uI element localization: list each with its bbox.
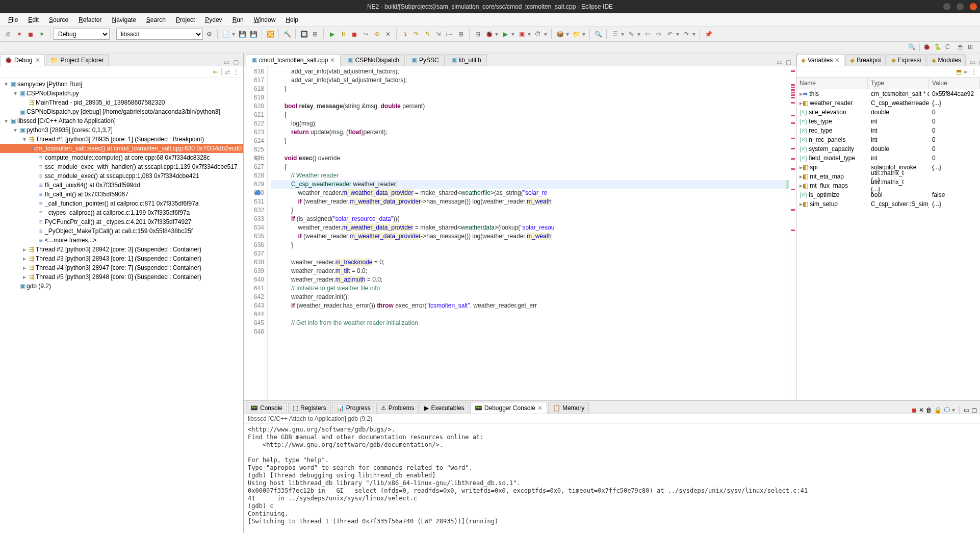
gear-icon[interactable]: ⚙ — [204, 29, 214, 39]
clear-icon[interactable]: 🗑 — [926, 407, 932, 414]
tree-row[interactable]: _call_function_pointer() at callproc.c:8… — [0, 199, 243, 208]
close-icon[interactable]: ✕ — [835, 57, 840, 64]
disconnect-icon[interactable]: ⤳ — [360, 29, 371, 39]
debug-tree[interactable]: ▾▣sampydev [Python Run]▾▣CSPNoDispatch.p… — [0, 78, 243, 533]
tree-row[interactable]: ▣gdb (9.2) — [0, 282, 243, 291]
tree-row[interactable]: PyCFuncPtr_call() at _ctypes.c:4,201 0x7… — [0, 217, 243, 226]
menu-search[interactable]: Search — [142, 15, 170, 25]
close-icon[interactable]: ✕ — [330, 57, 335, 64]
menu-project[interactable]: Project — [172, 15, 199, 25]
remove-terminated-icon[interactable]: ✕ — [383, 29, 393, 39]
tree-row[interactable]: compute_module::compute() at core.cpp:68… — [0, 153, 243, 162]
new-package-icon[interactable]: 📁 — [571, 29, 581, 39]
pin-icon[interactable]: 📌 — [703, 29, 713, 39]
outline-icon[interactable]: ☰ — [610, 29, 620, 39]
tree-row[interactable]: ▸⇶Thread #4 [python3] 28947 [core: 7] (S… — [0, 263, 243, 272]
next-edit-icon[interactable]: ↷ — [681, 29, 691, 39]
remove-icon[interactable]: ✕ — [919, 407, 924, 414]
tab-variables[interactable]: ◈Variables ✕ — [796, 54, 844, 66]
toggle2-icon[interactable]: ⊞ — [310, 29, 320, 39]
restart-icon[interactable]: ⟲ — [372, 29, 382, 39]
column-name[interactable]: Name — [796, 78, 868, 89]
variable-row[interactable]: (×) system_capacitydouble0 — [796, 144, 980, 154]
link-editor-icon[interactable]: ⇄ — [225, 68, 230, 75]
resume-icon[interactable]: ▶ — [327, 29, 337, 39]
maximize-icon[interactable]: ▢ — [971, 407, 977, 414]
window-close-button[interactable] — [970, 3, 977, 10]
build-icon[interactable]: ✶ — [37, 29, 47, 39]
tree-row[interactable]: ssc_module_exec_with_handler() at sscapi… — [0, 162, 243, 171]
profile-icon[interactable]: ⏱ — [533, 29, 543, 39]
editor-tab[interactable]: ▣CSPNoDispatch — [342, 54, 405, 66]
window-maximize-button[interactable] — [957, 3, 964, 10]
tab-memory[interactable]: 📋Memory — [548, 402, 589, 414]
menu-refactor[interactable]: Refactor — [74, 15, 106, 25]
tab-breakpoi[interactable]: ◈Breakpoi — [845, 54, 885, 66]
tree-row[interactable]: ▾▣libsscd [C/C++ Attach to Application] — [0, 116, 243, 125]
open-perspective-icon[interactable]: ⊞ — [968, 43, 976, 52]
save-icon[interactable]: 💾 — [248, 29, 259, 39]
coverage-icon[interactable]: ▣ — [517, 29, 527, 39]
collapse-all-icon[interactable]: ⇤ — [213, 68, 218, 75]
tab-executables[interactable]: ▶Executables — [420, 402, 469, 414]
tab-debug[interactable]: 🐞Debug ✕ — [0, 54, 45, 66]
scroll-lock-icon[interactable]: 🔒 — [934, 407, 942, 414]
debug-icon[interactable]: 🐞 — [484, 29, 494, 39]
search-icon[interactable]: 🔍 — [593, 29, 603, 39]
tab-modules[interactable]: ◈Modules — [927, 54, 966, 66]
tree-row[interactable]: ffi_call_int() at 0x7f335df59067 — [0, 190, 243, 199]
editor-tab[interactable]: ▣cmod_tcsmolten_salt.cpp ✕ — [246, 54, 341, 66]
code-editor[interactable]: 616617618619620621622623624625626⊟627628… — [244, 66, 796, 400]
tab-registers[interactable]: ⬚Registers — [288, 402, 331, 414]
maximize-icon[interactable]: ▢ — [233, 59, 240, 66]
tree-row[interactable]: cm_tcsmolten_salt::exec() at cmod_tcsmol… — [0, 144, 243, 153]
menu-window[interactable]: Window — [250, 15, 280, 25]
maximize-icon[interactable]: ▢ — [786, 59, 793, 66]
instruction-step-icon[interactable]: i→ — [445, 29, 455, 39]
tab-debugger-console[interactable]: 📟Debugger Console ✕ — [470, 402, 547, 414]
close-icon[interactable]: ✕ — [537, 404, 543, 412]
debugger-console-output[interactable]: <http://www.gnu.org/software/gdb/bugs/>.… — [244, 424, 980, 533]
tree-row[interactable]: _ctypes_callproc() at callproc.c:1,199 0… — [0, 208, 243, 217]
perspective-python-icon[interactable]: 🐍 — [934, 43, 942, 52]
tree-row[interactable]: ▾▣python3 [28935] [cores: 0,1,3,7] — [0, 125, 243, 135]
suspend-icon[interactable]: ⏸ — [338, 29, 348, 39]
variables-table[interactable]: Name Type Value ▸➡ thiscm_tcsmolten_salt… — [796, 78, 980, 400]
switch-icon[interactable]: 🔀 — [265, 29, 275, 39]
variable-row[interactable]: (×) n_rec_panelsint0 — [796, 135, 980, 144]
run-icon[interactable]: ▶ — [500, 29, 510, 39]
save-icon[interactable]: ◼ — [25, 29, 36, 39]
tree-row[interactable]: <...more frames...> — [0, 236, 243, 245]
tree-row[interactable]: ▸⇶Thread #3 [python3] 28943 [core: 1] (S… — [0, 254, 243, 263]
terminate-icon[interactable]: ◼ — [912, 407, 917, 414]
tab-console[interactable]: 📟Console — [246, 402, 287, 414]
launch-config-dropdown[interactable]: Debug — [54, 29, 110, 40]
menu-navigate[interactable]: Navigate — [108, 15, 140, 25]
variable-row[interactable]: (×) field_model_typeint0 — [796, 154, 980, 163]
close-icon[interactable]: ✕ — [35, 57, 40, 64]
tree-row[interactable]: ssc_module_exec() at sscapi.cpp:1,083 0x… — [0, 171, 243, 181]
column-value[interactable]: Value — [929, 78, 980, 89]
editor-tab[interactable]: ▣lib_util.h — [446, 54, 487, 66]
back-icon[interactable]: ⇦ — [642, 29, 653, 39]
menu-edit[interactable]: Edit — [24, 15, 43, 25]
menu-help[interactable]: Help — [281, 15, 302, 25]
variable-row[interactable]: ▸➡ thiscm_tcsmolten_salt * c0x55f844cae9… — [796, 89, 980, 98]
step-return-icon[interactable]: ↰ — [422, 29, 432, 39]
tree-row[interactable]: ▣CSPNoDispatch.py [debug] [/home/gabriel… — [0, 107, 243, 116]
variable-row[interactable]: ▸◧ sim_setupC_csp_solver::S_sim_:{...} — [796, 199, 980, 209]
variable-row[interactable]: (×) rec_typeint0 — [796, 126, 980, 135]
new-class-icon[interactable]: 📦 — [555, 29, 565, 39]
step-over-icon[interactable]: ↷ — [411, 29, 421, 39]
minimize-icon[interactable]: ▭ — [224, 59, 231, 66]
drop-to-frame-icon[interactable]: ⇲ — [433, 29, 444, 39]
view-menu-icon[interactable]: ⋮ — [971, 68, 977, 75]
minimize-icon[interactable]: ▭ — [777, 59, 784, 66]
perspective-cpp-icon[interactable]: C — [945, 43, 953, 52]
view-menu-icon[interactable]: ⋮ — [233, 68, 239, 75]
tab-expressi[interactable]: ◈Expressi — [887, 54, 926, 66]
variable-row[interactable]: ▸◧ weather_readerC_csp_weatherreader{...… — [796, 98, 980, 108]
menu-pydev[interactable]: Pydev — [201, 15, 226, 25]
forward-icon[interactable]: ⇨ — [654, 29, 664, 39]
tree-row[interactable]: ▾⇶Thread #1 [python3] 28935 [core: 1] (S… — [0, 135, 243, 144]
